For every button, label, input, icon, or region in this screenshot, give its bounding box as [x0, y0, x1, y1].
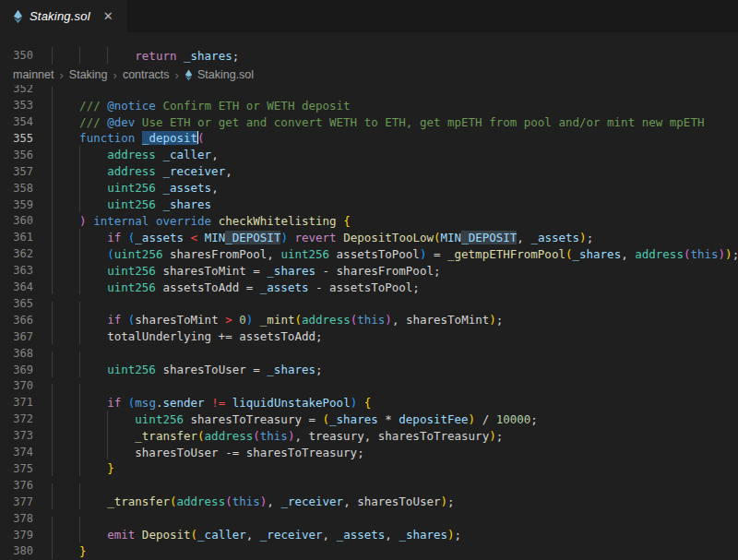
code-token: MIN: [205, 231, 226, 244]
indent-guide: [52, 162, 53, 179]
indent-guide: [52, 394, 53, 411]
code-token: ,: [517, 231, 530, 244]
close-icon[interactable]: ✕: [101, 8, 116, 24]
code-line[interactable]: 359 uint256 _shares: [0, 197, 738, 213]
breadcrumb-item-staking[interactable]: Staking: [69, 68, 108, 81]
code-token: {: [364, 396, 372, 410]
breadcrumb-item-staking-sol[interactable]: Staking.sol: [184, 68, 254, 81]
breadcrumb-label: Staking.sol: [197, 68, 254, 81]
line-number[interactable]: 360: [0, 214, 33, 227]
code-line[interactable]: 367 totalUnderlying += assetsToAdd;: [0, 328, 738, 345]
line-number[interactable]: 371: [0, 396, 33, 409]
code-line[interactable]: 355 function _deposit(: [0, 130, 738, 147]
breadcrumb-item-contracts[interactable]: contracts: [123, 68, 170, 81]
code-line[interactable]: 364 uint256 assetsToAdd = _assets - asse…: [0, 279, 738, 295]
code-line[interactable]: 375 }: [0, 460, 738, 477]
code-line[interactable]: 354 /// @dev Use ETH or get and convert …: [0, 113, 738, 130]
line-number[interactable]: 359: [0, 198, 33, 211]
code-line[interactable]: 379 emit Deposit(_caller, _receiver, _as…: [0, 527, 738, 543]
chevron-right-icon: ›: [175, 68, 179, 82]
code-line[interactable]: 365: [0, 295, 738, 312]
line-number[interactable]: 357: [0, 165, 33, 178]
code-line[interactable]: 360 ) internal override checkWhitelistin…: [0, 213, 738, 230]
line-number[interactable]: 368: [0, 347, 33, 360]
indent-guide: [79, 196, 80, 212]
code-token: _assets: [135, 231, 184, 244]
line-number[interactable]: 378: [0, 512, 33, 525]
line-number[interactable]: 355: [0, 132, 33, 145]
code-token: [52, 214, 79, 228]
code-text: }: [52, 544, 87, 558]
code-token: [52, 544, 79, 558]
code-line[interactable]: 361 if (_assets < MIN_DEPOSIT) revert De…: [0, 229, 738, 245]
code-line[interactable]: 368: [0, 345, 738, 362]
indent-guide: [52, 245, 53, 262]
line-number[interactable]: 369: [0, 363, 33, 376]
line-number[interactable]: 365: [0, 297, 33, 310]
code-line[interactable]: 350 return _shares;: [0, 48, 738, 65]
code-token: sharesToUser -= sharesToTreasury;: [52, 446, 364, 459]
line-number[interactable]: 372: [0, 412, 33, 425]
code-line[interactable]: 366 if (sharesToMint > 0) _mint(address(…: [0, 312, 738, 328]
line-number[interactable]: 356: [0, 149, 33, 161]
line-number[interactable]: 375: [0, 462, 33, 475]
code-text: function _deposit(: [52, 131, 205, 145]
code-line[interactable]: 377 _transfer(address(this), _receiver, …: [0, 494, 738, 510]
code-token: revert: [294, 231, 336, 244]
code-line[interactable]: 380 }: [0, 543, 738, 560]
code-token: ): [280, 231, 288, 244]
line-number[interactable]: 361: [0, 231, 33, 244]
code-line[interactable]: 376: [0, 477, 738, 494]
line-number[interactable]: 373: [0, 429, 33, 442]
line-number[interactable]: 350: [0, 49, 33, 62]
line-number[interactable]: 367: [0, 330, 33, 343]
code-text: if (_assets < MIN_DEPOSIT) revert Deposi…: [52, 231, 593, 244]
code-line[interactable]: 358 uint256 _assets,: [0, 180, 738, 197]
line-number[interactable]: 380: [0, 544, 33, 557]
code-token: address: [107, 164, 156, 178]
code-text: uint256 assetsToAdd = _assets - assetsTo…: [52, 280, 420, 294]
breadcrumb-item-mainnet[interactable]: mainnet: [13, 68, 54, 81]
indent-guide: [79, 262, 80, 279]
line-number[interactable]: 377: [0, 495, 33, 508]
line-number[interactable]: 354: [0, 115, 33, 128]
line-number[interactable]: 379: [0, 529, 33, 542]
line-number[interactable]: 358: [0, 182, 33, 195]
code-line[interactable]: 362 (uint256 sharesFromPool, uint256 ass…: [0, 245, 738, 262]
line-number[interactable]: 353: [0, 99, 33, 112]
code-line[interactable]: 363 uint256 sharesToMint = _shares - sha…: [0, 262, 738, 279]
code-token: , treasury, sharesToTreasury: [294, 429, 489, 443]
ethereum-icon: [184, 69, 193, 81]
code-line[interactable]: 371 if (msg.sender != liquidUnstakePool)…: [0, 394, 738, 411]
code-line[interactable]: 356 address _caller,: [0, 147, 738, 163]
code-token: uint256: [107, 363, 156, 376]
line-number[interactable]: 376: [0, 479, 33, 492]
chevron-right-icon: ›: [59, 68, 63, 82]
code-line[interactable]: 378: [0, 510, 738, 527]
indent-guide: [52, 47, 53, 64]
tab-staking-sol[interactable]: Staking.sol ✕: [0, 0, 128, 32]
line-number[interactable]: 364: [0, 280, 33, 293]
indent-guide: [52, 542, 53, 559]
line-number[interactable]: 363: [0, 264, 33, 277]
indent-guide: [79, 526, 80, 542]
code-token: ;: [447, 494, 455, 508]
code-line[interactable]: 369 uint256 sharesToUser = _shares;: [0, 362, 738, 378]
code-line[interactable]: 374 sharesToUser -= sharesToTreasury;: [0, 444, 738, 460]
code-editor[interactable]: 350 return _shares;351 }352353 /// @noti…: [0, 32, 738, 560]
line-number[interactable]: 370: [0, 379, 33, 392]
code-text: /// @notice Confirm ETH or WETH deposit: [52, 99, 351, 113]
code-line[interactable]: 353 /// @notice Confirm ETH or WETH depo…: [0, 97, 738, 113]
code-line[interactable]: 373 _transfer(address(this), treasury, s…: [0, 427, 738, 444]
line-number[interactable]: 362: [0, 247, 33, 260]
line-number[interactable]: 374: [0, 446, 33, 459]
code-line[interactable]: 370: [0, 378, 738, 395]
code-token: @notice: [107, 99, 156, 113]
code-token: _caller: [197, 528, 246, 542]
code-token: [211, 214, 219, 228]
code-token: [184, 231, 191, 244]
code-line[interactable]: 357 address _receiver,: [0, 163, 738, 180]
code-line[interactable]: 372 uint256 sharesToTreasury = (_shares …: [0, 411, 738, 427]
code-text: }: [52, 461, 114, 475]
line-number[interactable]: 366: [0, 314, 33, 327]
